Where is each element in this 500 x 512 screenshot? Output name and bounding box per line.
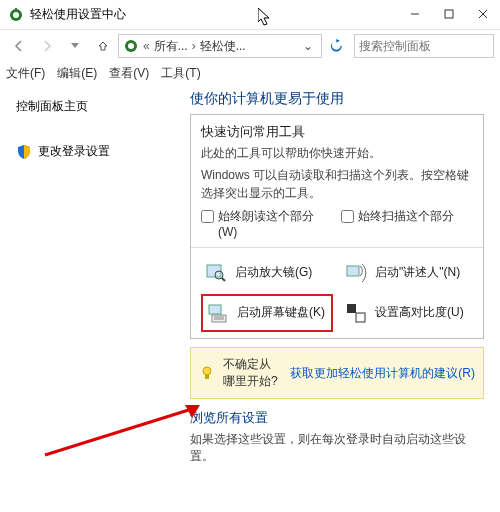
menu-edit[interactable]: 编辑(E) — [57, 65, 97, 82]
svg-rect-2 — [15, 8, 17, 11]
crumb-sep-icon: « — [141, 39, 152, 53]
menu-file[interactable]: 文件(F) — [6, 65, 45, 82]
svg-rect-13 — [209, 305, 221, 314]
chevron-down-icon[interactable]: ⌄ — [303, 39, 317, 53]
checkbox-input-scan[interactable] — [341, 210, 354, 223]
close-button[interactable] — [466, 0, 500, 28]
chevron-right-icon: › — [190, 39, 198, 53]
menubar: 文件(F) 编辑(E) 查看(V) 工具(T) — [0, 62, 500, 84]
svg-rect-12 — [347, 266, 359, 276]
breadcrumb[interactable]: « 所有... › 轻松使... ⌄ — [118, 34, 322, 58]
checkbox-always-scan[interactable]: 始终扫描这个部分 — [341, 208, 473, 239]
menu-tools[interactable]: 工具(T) — [161, 65, 200, 82]
sidebar: 控制面板主页 更改登录设置 — [0, 84, 190, 510]
back-button[interactable] — [6, 33, 32, 59]
svg-rect-20 — [205, 375, 209, 379]
tile-osk[interactable]: 启动屏幕键盘(K) — [201, 294, 333, 332]
window-title: 轻松使用设置中心 — [30, 6, 398, 23]
keyboard-icon — [207, 302, 229, 324]
hint-box: 不确定从哪里开始? 获取更加轻松使用计算机的建议(R) — [190, 347, 484, 399]
app-icon — [8, 7, 24, 23]
box-title: 快速访问常用工具 — [201, 123, 473, 141]
sidebar-login-link[interactable]: 更改登录设置 — [38, 141, 110, 162]
svg-line-11 — [222, 278, 225, 281]
svg-rect-18 — [356, 313, 365, 322]
shield-icon — [16, 144, 32, 160]
hint-link[interactable]: 获取更加轻松使用计算机的建议(R) — [290, 365, 475, 382]
contrast-icon — [345, 302, 367, 324]
crumb-item-1[interactable]: 所有... — [154, 38, 188, 55]
crumb-item-2[interactable]: 轻松使... — [200, 38, 246, 55]
main-pane: 使你的计算机更易于使用 快速访问常用工具 此处的工具可以帮助你快速开始。 Win… — [190, 84, 500, 510]
svg-point-1 — [13, 12, 19, 18]
menu-view[interactable]: 查看(V) — [109, 65, 149, 82]
browse-desc: 如果选择这些设置，则在每次登录时自动启动这些设置。 — [190, 431, 484, 465]
search-input[interactable] — [359, 39, 489, 53]
refresh-button[interactable] — [326, 34, 348, 58]
tile-narrator-label: 启动"讲述人"(N) — [375, 265, 460, 281]
page-heading: 使你的计算机更易于使用 — [190, 90, 484, 108]
forward-button[interactable] — [34, 33, 60, 59]
magnifier-icon — [205, 262, 227, 284]
lightbulb-icon — [199, 365, 215, 381]
narrator-icon — [345, 262, 367, 284]
svg-point-19 — [203, 367, 211, 375]
tile-contrast[interactable]: 设置高对比度(U) — [341, 294, 473, 332]
tile-osk-label: 启动屏幕键盘(K) — [237, 305, 325, 321]
tile-contrast-label: 设置高对比度(U) — [375, 305, 464, 321]
checkbox-input-read[interactable] — [201, 210, 214, 223]
tile-magnifier[interactable]: 启动放大镜(G) — [201, 256, 333, 290]
titlebar: 轻松使用设置中心 — [0, 0, 500, 30]
cp-icon — [123, 38, 139, 54]
browse-heading: 浏览所有设置 — [190, 409, 484, 427]
search-box[interactable] — [354, 34, 494, 58]
navbar: « 所有... › 轻松使... ⌄ — [0, 30, 500, 62]
maximize-button[interactable] — [432, 0, 466, 28]
sidebar-home-link[interactable]: 控制面板主页 — [16, 96, 174, 117]
quick-access-box: 快速访问常用工具 此处的工具可以帮助你快速开始。 Windows 可以自动读取和… — [190, 114, 484, 339]
minimize-button[interactable] — [398, 0, 432, 28]
tile-magnifier-label: 启动放大镜(G) — [235, 265, 312, 281]
box-desc: Windows 可以自动读取和扫描这个列表。按空格键选择突出显示的工具。 — [201, 166, 473, 202]
hint-text: 不确定从哪里开始? — [223, 356, 282, 390]
tile-narrator[interactable]: 启动"讲述人"(N) — [341, 256, 473, 290]
svg-rect-4 — [445, 10, 453, 18]
box-subtitle: 此处的工具可以帮助你快速开始。 — [201, 145, 473, 162]
history-dropdown[interactable] — [62, 33, 88, 59]
up-button[interactable] — [90, 33, 116, 59]
checkbox-always-read[interactable]: 始终朗读这个部分(W) — [201, 208, 333, 239]
svg-point-8 — [128, 43, 134, 49]
svg-rect-17 — [347, 304, 356, 313]
